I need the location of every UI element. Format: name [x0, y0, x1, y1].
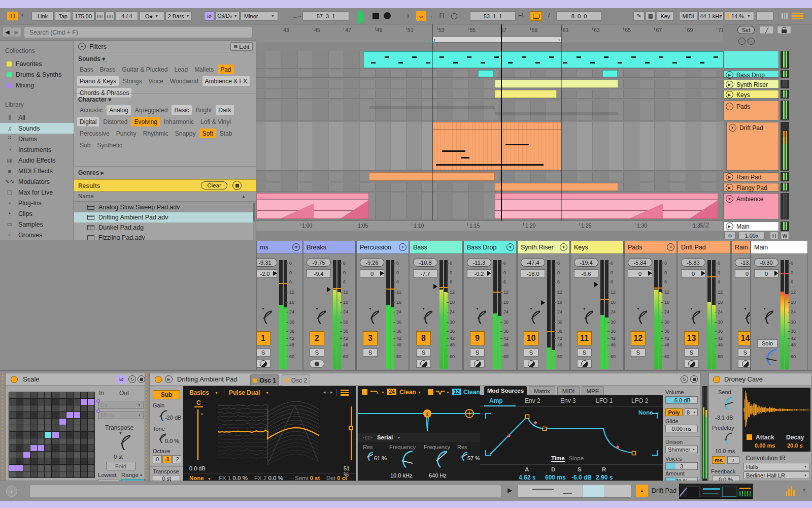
strip-header[interactable]: Keys	[571, 241, 624, 254]
strip-header[interactable]: Pads≡	[625, 241, 677, 254]
fader-handle[interactable]	[433, 284, 437, 289]
overdub-icon[interactable]: +	[406, 12, 410, 20]
scale-grid-cell[interactable]	[88, 465, 94, 471]
sidebar-item-collection[interactable]: Mixing	[0, 80, 74, 90]
monitor-button[interactable]	[470, 360, 485, 368]
scale-grid-cell[interactable]	[38, 465, 44, 471]
scale-grid-cell[interactable]	[9, 399, 16, 405]
scale-grid-cell-active[interactable]	[52, 432, 58, 438]
subtab-amp[interactable]: Amp	[489, 397, 503, 404]
octave-button--1[interactable]: -1	[162, 455, 172, 463]
chevron-down-icon[interactable]: ▼	[265, 391, 269, 395]
scale-grid-cell[interactable]	[66, 465, 73, 471]
track-lane[interactable]	[256, 101, 723, 120]
scale-grid-cell[interactable]	[74, 471, 80, 478]
scale-grid-cell[interactable]	[88, 412, 94, 418]
track-header-drift-pad[interactable]: ▼Drift Pad	[726, 122, 779, 171]
adsr-value[interactable]: 2.90 s	[596, 474, 613, 481]
tab-osc1[interactable]: Osc 1	[250, 374, 279, 386]
scale-grid-cell[interactable]	[52, 399, 58, 405]
track-play-icon[interactable]: ▶	[726, 184, 733, 192]
fader-handle[interactable]	[487, 271, 491, 276]
chevron-down-icon[interactable]: ▼	[381, 391, 385, 394]
live-logo-icon[interactable]	[7, 12, 18, 20]
fader-handle[interactable]	[594, 282, 598, 287]
next-marker-button[interactable]: →	[748, 38, 755, 45]
scale-aware-icon[interactable]: ♭♯	[116, 375, 126, 384]
scale-grid-cell[interactable]	[30, 399, 37, 405]
peak-level-field[interactable]: -47.4	[521, 258, 545, 267]
mixer-strip-pads[interactable]: Pads≡-5.8406061218243036424860▼12S	[624, 241, 677, 370]
arrangement-clip[interactable]	[478, 70, 494, 77]
chevron-down-icon[interactable]: ▼	[418, 391, 421, 394]
tempo-field[interactable]: 175.00	[72, 11, 94, 21]
device-selector-button[interactable]: ▲	[636, 485, 648, 497]
monitor-button[interactable]	[524, 360, 538, 368]
device-title-bar[interactable]: Droney Cave	[709, 373, 811, 386]
track-lanes[interactable]: ...	[256, 24, 723, 220]
level-meter[interactable]	[439, 260, 448, 369]
sidebar-item-sounds[interactable]: ♫Sounds	[0, 123, 74, 134]
scale-grid-cell[interactable]	[45, 471, 51, 478]
level-meter[interactable]	[333, 260, 342, 369]
scale-grid-cell[interactable]	[88, 392, 94, 398]
peak-level-field[interactable]: -0.30	[754, 258, 779, 267]
info-icon[interactable]: i	[6, 486, 17, 497]
scale-grid-cell[interactable]	[38, 419, 44, 425]
scale-grid-cell[interactable]	[45, 412, 51, 418]
track-lane[interactable]	[256, 90, 723, 99]
filter-tag-synthetic[interactable]: Synthetic	[94, 140, 124, 150]
volume-field[interactable]: -18.0	[521, 269, 545, 278]
strip-header[interactable]: Bass	[410, 241, 463, 254]
level-meter[interactable]	[493, 260, 502, 369]
device-chain-thumbnail[interactable]	[679, 484, 753, 499]
sync-toggle-button[interactable]: ♪	[727, 456, 739, 464]
filter2-type-select[interactable]: Clean	[463, 389, 480, 396]
session-record-icon[interactable]: ◯	[451, 12, 457, 19]
scale-grid-cell[interactable]	[81, 465, 87, 471]
octave-button-0[interactable]: 0	[153, 455, 162, 463]
scale-grid-cell[interactable]	[38, 438, 44, 444]
scale-grid-cell[interactable]	[38, 412, 44, 418]
group-track-icon[interactable]: ≡	[726, 103, 733, 110]
track-lane[interactable]	[256, 183, 723, 192]
scale-grid-cell[interactable]	[52, 392, 58, 398]
peak-level-field[interactable]: -9.26	[360, 258, 384, 267]
scale-grid-cell[interactable]	[74, 419, 80, 425]
filter-tag-bass[interactable]: Bass	[77, 65, 96, 74]
peak-level-field[interactable]: -5.84	[628, 258, 652, 267]
scale-grid-cell[interactable]	[23, 471, 30, 478]
filter-tag-lead[interactable]: Lead	[172, 65, 190, 74]
scale-grid-cell[interactable]	[59, 445, 66, 451]
scale-grid-cell[interactable]	[16, 399, 23, 405]
follow-icon[interactable]: →··	[292, 13, 301, 19]
scale-grid-cell[interactable]	[52, 445, 58, 451]
track-number-button[interactable]: 10	[524, 331, 538, 345]
peak-level-field[interactable]: -10.8	[413, 258, 437, 267]
draw-mode-icon[interactable]: ✎	[633, 11, 645, 21]
scale-grid-cell[interactable]	[23, 399, 30, 405]
scale-grid-cell[interactable]	[16, 445, 23, 451]
scale-grid-cell[interactable]	[45, 405, 51, 411]
freq2-value[interactable]: 640 Hz	[429, 472, 447, 479]
subtab-env-[interactable]: Env 2	[525, 397, 540, 404]
tab-mod-sources[interactable]: Mod Sources	[484, 386, 527, 395]
scale-grid-cell[interactable]	[38, 471, 44, 478]
track-header-bass-drop[interactable]: ▶Bass Drop	[723, 70, 779, 78]
solo-button[interactable]: S	[416, 348, 431, 357]
unfold-track-icon[interactable]: ▼	[726, 195, 733, 203]
solo-button[interactable]: S	[470, 348, 485, 357]
scale-grid-cell[interactable]	[88, 471, 94, 478]
monitor-button[interactable]	[738, 360, 751, 368]
arrangement-clip[interactable]	[495, 193, 718, 219]
peak-level-field[interactable]: -11.3	[467, 258, 491, 267]
filter-tag-mallets[interactable]: Mallets	[192, 65, 216, 74]
solo-button[interactable]: S	[631, 348, 646, 357]
scale-grid-cell[interactable]	[45, 465, 51, 471]
filter1-on-button[interactable]	[362, 389, 367, 395]
track-number-button[interactable]: 1	[256, 331, 270, 345]
arrangement-clip[interactable]	[495, 80, 618, 88]
strip-header[interactable]: Rain P	[732, 241, 751, 254]
filter-tag-piano-keys[interactable]: Piano & Keys	[77, 76, 119, 86]
scale-grid-cell[interactable]	[38, 405, 44, 411]
